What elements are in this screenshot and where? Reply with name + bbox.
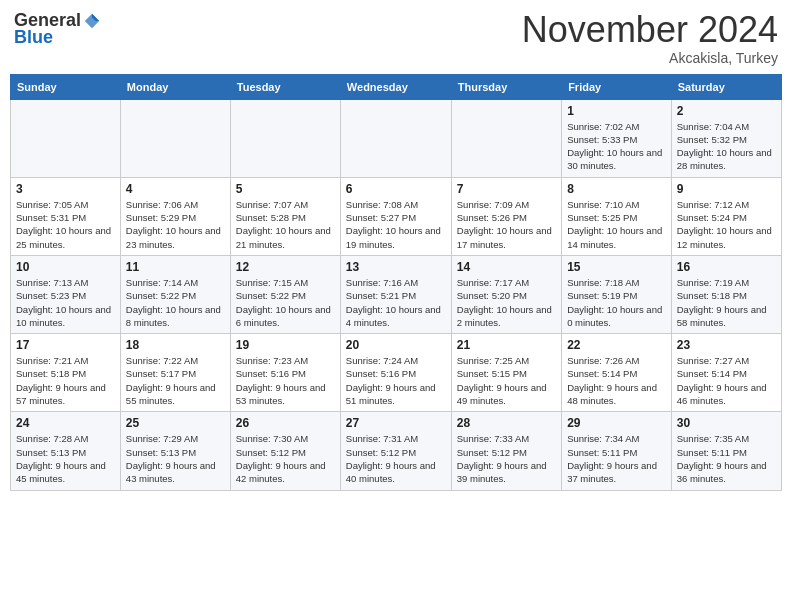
calendar-table: SundayMondayTuesdayWednesdayThursdayFrid… (10, 74, 782, 491)
calendar-cell: 15Sunrise: 7:18 AM Sunset: 5:19 PM Dayli… (562, 255, 672, 333)
day-info: Sunrise: 7:10 AM Sunset: 5:25 PM Dayligh… (567, 198, 666, 251)
day-number: 28 (457, 416, 556, 430)
calendar-week-row: 24Sunrise: 7:28 AM Sunset: 5:13 PM Dayli… (11, 412, 782, 490)
day-info: Sunrise: 7:33 AM Sunset: 5:12 PM Dayligh… (457, 432, 556, 485)
day-info: Sunrise: 7:29 AM Sunset: 5:13 PM Dayligh… (126, 432, 225, 485)
day-number: 29 (567, 416, 666, 430)
logo-blue-text: Blue (14, 27, 53, 48)
weekday-header: Monday (120, 74, 230, 99)
day-number: 30 (677, 416, 776, 430)
calendar-week-row: 10Sunrise: 7:13 AM Sunset: 5:23 PM Dayli… (11, 255, 782, 333)
calendar-cell: 12Sunrise: 7:15 AM Sunset: 5:22 PM Dayli… (230, 255, 340, 333)
day-info: Sunrise: 7:13 AM Sunset: 5:23 PM Dayligh… (16, 276, 115, 329)
day-number: 11 (126, 260, 225, 274)
day-number: 14 (457, 260, 556, 274)
day-number: 13 (346, 260, 446, 274)
day-number: 22 (567, 338, 666, 352)
day-info: Sunrise: 7:12 AM Sunset: 5:24 PM Dayligh… (677, 198, 776, 251)
day-info: Sunrise: 7:26 AM Sunset: 5:14 PM Dayligh… (567, 354, 666, 407)
calendar-week-row: 17Sunrise: 7:21 AM Sunset: 5:18 PM Dayli… (11, 334, 782, 412)
day-info: Sunrise: 7:18 AM Sunset: 5:19 PM Dayligh… (567, 276, 666, 329)
calendar-week-row: 3Sunrise: 7:05 AM Sunset: 5:31 PM Daylig… (11, 177, 782, 255)
weekday-row: SundayMondayTuesdayWednesdayThursdayFrid… (11, 74, 782, 99)
day-number: 1 (567, 104, 666, 118)
day-number: 17 (16, 338, 115, 352)
calendar-cell: 3Sunrise: 7:05 AM Sunset: 5:31 PM Daylig… (11, 177, 121, 255)
day-number: 9 (677, 182, 776, 196)
weekday-header: Wednesday (340, 74, 451, 99)
calendar-cell: 17Sunrise: 7:21 AM Sunset: 5:18 PM Dayli… (11, 334, 121, 412)
day-number: 8 (567, 182, 666, 196)
day-number: 21 (457, 338, 556, 352)
day-info: Sunrise: 7:28 AM Sunset: 5:13 PM Dayligh… (16, 432, 115, 485)
day-number: 3 (16, 182, 115, 196)
day-info: Sunrise: 7:34 AM Sunset: 5:11 PM Dayligh… (567, 432, 666, 485)
day-info: Sunrise: 7:30 AM Sunset: 5:12 PM Dayligh… (236, 432, 335, 485)
day-info: Sunrise: 7:24 AM Sunset: 5:16 PM Dayligh… (346, 354, 446, 407)
calendar-cell (11, 99, 121, 177)
weekday-header: Tuesday (230, 74, 340, 99)
day-info: Sunrise: 7:27 AM Sunset: 5:14 PM Dayligh… (677, 354, 776, 407)
logo-icon (83, 12, 101, 30)
calendar-header: SundayMondayTuesdayWednesdayThursdayFrid… (11, 74, 782, 99)
calendar-cell: 10Sunrise: 7:13 AM Sunset: 5:23 PM Dayli… (11, 255, 121, 333)
day-number: 15 (567, 260, 666, 274)
calendar-cell: 4Sunrise: 7:06 AM Sunset: 5:29 PM Daylig… (120, 177, 230, 255)
calendar-cell: 2Sunrise: 7:04 AM Sunset: 5:32 PM Daylig… (671, 99, 781, 177)
logo: General Blue (14, 10, 101, 48)
day-number: 25 (126, 416, 225, 430)
day-info: Sunrise: 7:25 AM Sunset: 5:15 PM Dayligh… (457, 354, 556, 407)
calendar-cell: 19Sunrise: 7:23 AM Sunset: 5:16 PM Dayli… (230, 334, 340, 412)
calendar-cell: 21Sunrise: 7:25 AM Sunset: 5:15 PM Dayli… (451, 334, 561, 412)
day-info: Sunrise: 7:23 AM Sunset: 5:16 PM Dayligh… (236, 354, 335, 407)
day-number: 2 (677, 104, 776, 118)
day-info: Sunrise: 7:07 AM Sunset: 5:28 PM Dayligh… (236, 198, 335, 251)
day-number: 16 (677, 260, 776, 274)
day-info: Sunrise: 7:31 AM Sunset: 5:12 PM Dayligh… (346, 432, 446, 485)
day-info: Sunrise: 7:17 AM Sunset: 5:20 PM Dayligh… (457, 276, 556, 329)
calendar-cell: 9Sunrise: 7:12 AM Sunset: 5:24 PM Daylig… (671, 177, 781, 255)
day-info: Sunrise: 7:19 AM Sunset: 5:18 PM Dayligh… (677, 276, 776, 329)
weekday-header: Thursday (451, 74, 561, 99)
day-info: Sunrise: 7:15 AM Sunset: 5:22 PM Dayligh… (236, 276, 335, 329)
day-number: 19 (236, 338, 335, 352)
day-number: 12 (236, 260, 335, 274)
day-number: 5 (236, 182, 335, 196)
location: Akcakisla, Turkey (522, 50, 778, 66)
calendar-cell: 29Sunrise: 7:34 AM Sunset: 5:11 PM Dayli… (562, 412, 672, 490)
calendar-cell: 7Sunrise: 7:09 AM Sunset: 5:26 PM Daylig… (451, 177, 561, 255)
page-header: General Blue November 2024 Akcakisla, Tu… (10, 10, 782, 66)
day-number: 20 (346, 338, 446, 352)
day-number: 6 (346, 182, 446, 196)
calendar-cell: 23Sunrise: 7:27 AM Sunset: 5:14 PM Dayli… (671, 334, 781, 412)
calendar-cell: 26Sunrise: 7:30 AM Sunset: 5:12 PM Dayli… (230, 412, 340, 490)
day-number: 26 (236, 416, 335, 430)
day-number: 10 (16, 260, 115, 274)
calendar-cell: 1Sunrise: 7:02 AM Sunset: 5:33 PM Daylig… (562, 99, 672, 177)
calendar-cell: 28Sunrise: 7:33 AM Sunset: 5:12 PM Dayli… (451, 412, 561, 490)
day-info: Sunrise: 7:21 AM Sunset: 5:18 PM Dayligh… (16, 354, 115, 407)
calendar-body: 1Sunrise: 7:02 AM Sunset: 5:33 PM Daylig… (11, 99, 782, 490)
calendar-cell: 30Sunrise: 7:35 AM Sunset: 5:11 PM Dayli… (671, 412, 781, 490)
day-info: Sunrise: 7:14 AM Sunset: 5:22 PM Dayligh… (126, 276, 225, 329)
day-info: Sunrise: 7:08 AM Sunset: 5:27 PM Dayligh… (346, 198, 446, 251)
calendar-cell: 5Sunrise: 7:07 AM Sunset: 5:28 PM Daylig… (230, 177, 340, 255)
weekday-header: Saturday (671, 74, 781, 99)
calendar-cell: 27Sunrise: 7:31 AM Sunset: 5:12 PM Dayli… (340, 412, 451, 490)
day-info: Sunrise: 7:04 AM Sunset: 5:32 PM Dayligh… (677, 120, 776, 173)
day-number: 24 (16, 416, 115, 430)
day-info: Sunrise: 7:09 AM Sunset: 5:26 PM Dayligh… (457, 198, 556, 251)
day-info: Sunrise: 7:35 AM Sunset: 5:11 PM Dayligh… (677, 432, 776, 485)
month-title: November 2024 (522, 10, 778, 50)
calendar-cell: 6Sunrise: 7:08 AM Sunset: 5:27 PM Daylig… (340, 177, 451, 255)
calendar-cell (120, 99, 230, 177)
day-info: Sunrise: 7:22 AM Sunset: 5:17 PM Dayligh… (126, 354, 225, 407)
calendar-cell: 14Sunrise: 7:17 AM Sunset: 5:20 PM Dayli… (451, 255, 561, 333)
day-number: 4 (126, 182, 225, 196)
calendar-cell: 16Sunrise: 7:19 AM Sunset: 5:18 PM Dayli… (671, 255, 781, 333)
calendar-cell (451, 99, 561, 177)
day-info: Sunrise: 7:02 AM Sunset: 5:33 PM Dayligh… (567, 120, 666, 173)
day-number: 23 (677, 338, 776, 352)
calendar-cell: 25Sunrise: 7:29 AM Sunset: 5:13 PM Dayli… (120, 412, 230, 490)
calendar-cell: 13Sunrise: 7:16 AM Sunset: 5:21 PM Dayli… (340, 255, 451, 333)
